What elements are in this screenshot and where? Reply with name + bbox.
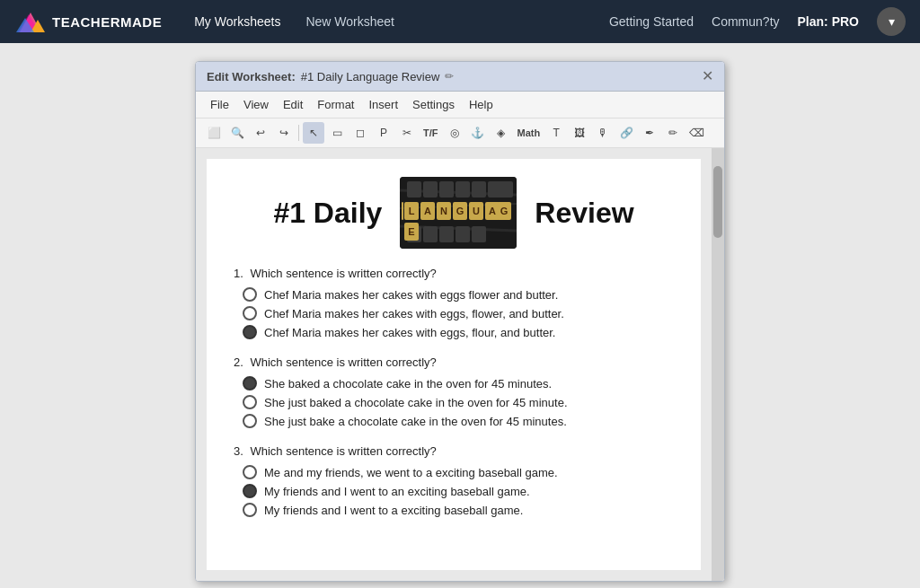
question-3-option-2[interactable]: My friends and I went to an exciting bas…: [234, 484, 674, 498]
worksheet-page: #1 Daily: [207, 159, 701, 570]
tool-mic[interactable]: 🎙: [592, 122, 614, 144]
worksheet-image: L A N G U A G: [400, 177, 517, 249]
question-1-option-2[interactable]: Chef Maria makes her cakes with eggs, fl…: [234, 306, 674, 320]
tool-rect[interactable]: ▭: [326, 122, 348, 144]
modal-header: Edit Worksheet: #1 Daily Language Review…: [196, 62, 724, 92]
tool-eraser[interactable]: ⌫: [686, 122, 707, 144]
svg-rect-33: [456, 226, 470, 242]
menu-help[interactable]: Help: [462, 95, 500, 114]
question-2-option-2[interactable]: She just baked a chocolate cake in the o…: [234, 395, 674, 409]
modal-close-button[interactable]: ✕: [702, 69, 713, 83]
menu-settings[interactable]: Settings: [405, 95, 462, 114]
option-text-2-1: She baked a chocolate cake in the oven f…: [264, 377, 552, 391]
modal-header-left: Edit Worksheet: #1 Daily Language Review…: [207, 70, 454, 83]
radio-2-2[interactable]: [243, 395, 257, 409]
tool-paragraph[interactable]: P: [373, 122, 394, 144]
question-1: 1. Which sentence is written correctly? …: [234, 267, 674, 339]
question-3-label: 3. Which sentence is written correctly?: [234, 444, 674, 458]
svg-text:E: E: [409, 226, 415, 237]
svg-rect-10: [439, 181, 454, 197]
question-1-label: 1. Which sentence is written correctly?: [234, 267, 674, 280]
menu-edit[interactable]: Edit: [276, 95, 310, 114]
modal-header-label: Edit Worksheet:: [207, 70, 296, 83]
question-2: 2. Which sentence is written correctly? …: [234, 355, 674, 428]
tool-pen[interactable]: ✒: [639, 122, 660, 144]
svg-text:G: G: [500, 206, 509, 216]
radio-1-2[interactable]: [243, 306, 257, 320]
tool-box[interactable]: ◻: [349, 122, 371, 144]
question-2-text: Which sentence is written correctly?: [250, 355, 436, 369]
tool-tf[interactable]: T/F: [420, 126, 442, 140]
tool-anchor[interactable]: ⚓: [467, 122, 489, 144]
nav-links: My Worksheets New Worksheet: [183, 9, 588, 34]
tool-undo[interactable]: ↩: [250, 122, 271, 144]
question-2-option-1[interactable]: She baked a chocolate cake in the oven f…: [234, 376, 674, 391]
tool-link[interactable]: 🔗: [615, 122, 637, 144]
question-1-option-1[interactable]: Chef Maria makes her cakes with eggs flo…: [234, 287, 674, 302]
tool-radio[interactable]: ◎: [444, 122, 465, 144]
radio-1-1[interactable]: [243, 287, 257, 302]
tool-zoom-out[interactable]: 🔍: [226, 122, 248, 144]
logo-text: TEACHERMADE: [52, 14, 162, 30]
svg-text:L: L: [409, 206, 415, 216]
tool-redo[interactable]: ↪: [273, 122, 295, 144]
new-worksheet-link[interactable]: New Worksheet: [295, 9, 405, 34]
tool-scissors[interactable]: ✂: [396, 122, 418, 144]
scrollbar-thumb[interactable]: [713, 166, 722, 238]
worksheet-area: #1 Daily: [196, 148, 724, 581]
svg-rect-9: [423, 181, 438, 197]
radio-2-3[interactable]: [243, 414, 257, 428]
getting-started-link[interactable]: Getting Started: [609, 14, 694, 29]
toolbar-separator-1: [298, 125, 299, 141]
radio-3-1[interactable]: [243, 465, 257, 479]
worksheet-title-right: Review: [535, 197, 633, 230]
svg-rect-31: [423, 226, 438, 242]
tool-select[interactable]: ↖: [303, 122, 324, 144]
questions-container: 1. Which sentence is written correctly? …: [234, 267, 674, 517]
svg-text:A: A: [489, 206, 496, 216]
svg-rect-12: [472, 181, 486, 197]
option-text-1-1: Chef Maria makes her cakes with eggs flo…: [264, 288, 558, 302]
tool-highlight[interactable]: ✏: [662, 122, 684, 144]
option-text-2-2: She just baked a chocolate cake in the o…: [264, 396, 568, 409]
tool-math[interactable]: Math: [514, 126, 544, 140]
edit-worksheet-modal: Edit Worksheet: #1 Daily Language Review…: [195, 61, 725, 582]
svg-rect-14: [499, 181, 513, 197]
community-link[interactable]: Commun?ty: [712, 14, 779, 29]
question-1-option-3[interactable]: Chef Maria makes her cakes with eggs, fl…: [234, 325, 674, 339]
main-content: Edit Worksheet: #1 Daily Language Review…: [0, 43, 920, 588]
radio-3-2[interactable]: [243, 484, 257, 498]
question-1-number: 1.: [234, 267, 243, 280]
question-3-option-1[interactable]: Me and my friends, we went to a exciting…: [234, 465, 674, 479]
edit-title-icon[interactable]: ✏: [445, 70, 454, 83]
radio-3-3[interactable]: [243, 503, 257, 517]
svg-rect-32: [439, 226, 454, 242]
menu-bar: File View Edit Format Insert Settings He…: [196, 92, 724, 118]
menu-view[interactable]: View: [236, 95, 276, 114]
menu-file[interactable]: File: [203, 95, 236, 114]
question-3-option-3[interactable]: My friends and I went to a exciting base…: [234, 503, 674, 517]
top-navigation: TEACHERMADE My Worksheets New Worksheet …: [0, 0, 920, 43]
toolbar: ⬜ 🔍 ↩ ↪ ↖ ▭ ◻ P ✂ T/F ◎ ⚓ ◈ Math T 🖼 🎙 🔗…: [196, 118, 724, 148]
menu-format[interactable]: Format: [310, 95, 361, 114]
svg-text:G: G: [456, 206, 464, 216]
svg-rect-11: [456, 181, 470, 197]
question-3-number: 3.: [234, 444, 243, 458]
avatar-button[interactable]: ▾: [877, 7, 906, 36]
question-2-option-3[interactable]: She just bake a chocolate cake in the ov…: [234, 414, 674, 428]
svg-text:N: N: [440, 206, 447, 216]
question-2-number: 2.: [234, 355, 243, 369]
option-text-2-3: She just bake a chocolate cake in the ov…: [264, 415, 567, 428]
question-3: 3. Which sentence is written correctly? …: [234, 444, 674, 517]
menu-insert[interactable]: Insert: [361, 95, 405, 114]
my-worksheets-link[interactable]: My Worksheets: [183, 9, 291, 34]
svg-rect-29: [402, 202, 403, 220]
logo[interactable]: TEACHERMADE: [14, 5, 162, 38]
tool-text[interactable]: T: [545, 122, 567, 144]
radio-2-1[interactable]: [243, 376, 257, 391]
radio-1-3[interactable]: [243, 325, 257, 339]
tool-screen[interactable]: ⬜: [203, 122, 225, 144]
tool-fill[interactable]: ◈: [491, 122, 512, 144]
scrollbar[interactable]: [712, 148, 724, 581]
tool-image[interactable]: 🖼: [569, 122, 590, 144]
